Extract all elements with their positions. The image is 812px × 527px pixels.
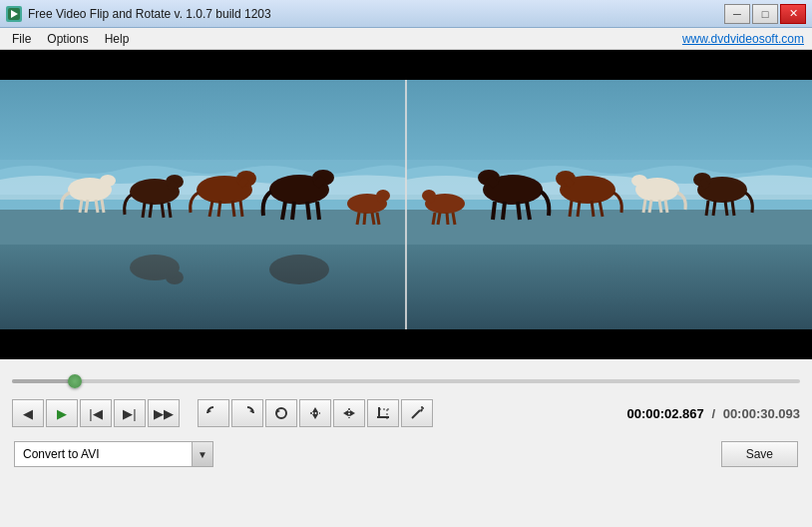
svg-line-41 bbox=[317, 202, 319, 220]
transport-row: ◀ ▶ |◀ ▶| ▶▶ bbox=[12, 399, 800, 427]
rotate-180-button[interactable] bbox=[265, 399, 297, 427]
prev-frame-button[interactable]: |◀ bbox=[80, 399, 112, 427]
progress-container bbox=[12, 373, 800, 389]
svg-line-82 bbox=[713, 201, 715, 216]
svg-line-61 bbox=[503, 202, 505, 220]
svg-line-68 bbox=[578, 201, 580, 217]
svg-rect-13 bbox=[406, 245, 812, 329]
svg-line-46 bbox=[364, 213, 365, 225]
rotate-ccw-button[interactable] bbox=[198, 399, 229, 427]
svg-line-75 bbox=[649, 200, 651, 213]
svg-line-20 bbox=[102, 200, 104, 213]
svg-line-26 bbox=[162, 203, 164, 218]
svg-marker-94 bbox=[312, 414, 318, 419]
svg-line-54 bbox=[438, 213, 440, 225]
svg-line-25 bbox=[150, 203, 152, 218]
svg-line-65 bbox=[566, 179, 572, 186]
svg-line-76 bbox=[643, 200, 645, 213]
svg-line-45 bbox=[357, 213, 359, 225]
progress-filled bbox=[12, 379, 75, 383]
svg-line-34 bbox=[240, 201, 242, 217]
title-bar: Free Video Flip and Rotate v. 1.0.7 buil… bbox=[0, 0, 812, 28]
svg-line-23 bbox=[170, 182, 175, 190]
svg-line-58 bbox=[489, 178, 496, 186]
svg-line-40 bbox=[307, 202, 309, 220]
maximize-button[interactable]: □ bbox=[752, 4, 778, 24]
current-time: 00:00:02.867 bbox=[626, 406, 703, 421]
svg-line-86 bbox=[170, 269, 175, 277]
svg-line-60 bbox=[518, 202, 520, 220]
menu-bar: File Options Help www.dvdvideosoft.com bbox=[0, 28, 812, 50]
svg-line-55 bbox=[433, 213, 435, 225]
svg-line-16 bbox=[104, 181, 108, 187]
svg-marker-97 bbox=[350, 410, 355, 416]
time-display: 00:00:02.867 / 00:00:30.093 bbox=[626, 406, 800, 421]
controls-area: ◀ ▶ |◀ ▶| ▶▶ bbox=[0, 359, 812, 479]
svg-line-69 bbox=[570, 201, 572, 217]
next-frame-button[interactable]: ▶| bbox=[114, 399, 146, 427]
save-button[interactable]: Save bbox=[721, 441, 798, 467]
svg-line-73 bbox=[665, 200, 667, 213]
svg-marker-96 bbox=[343, 410, 348, 416]
wand-button[interactable] bbox=[401, 399, 433, 427]
play-button[interactable]: ▶ bbox=[46, 399, 78, 427]
svg-line-33 bbox=[232, 201, 234, 217]
svg-rect-9 bbox=[0, 245, 406, 329]
svg-line-67 bbox=[592, 201, 594, 217]
svg-line-47 bbox=[372, 213, 374, 225]
rotate-cw-button[interactable] bbox=[231, 399, 263, 427]
svg-line-24 bbox=[143, 203, 145, 218]
menu-options[interactable]: Options bbox=[39, 30, 96, 48]
video-preview bbox=[0, 50, 812, 359]
svg-line-74 bbox=[659, 200, 661, 213]
svg-marker-93 bbox=[312, 407, 318, 412]
svg-line-32 bbox=[218, 201, 220, 217]
window-title: Free Video Flip and Rotate v. 1.0.7 buil… bbox=[28, 7, 724, 21]
svg-line-79 bbox=[702, 180, 707, 188]
transform-controls bbox=[198, 399, 433, 427]
svg-line-18 bbox=[86, 200, 88, 213]
svg-line-19 bbox=[96, 200, 98, 213]
svg-line-39 bbox=[292, 202, 294, 220]
svg-rect-3 bbox=[0, 329, 812, 359]
convert-select[interactable]: Convert to AVIConvert to MP4Convert to M… bbox=[14, 441, 213, 467]
svg-line-44 bbox=[379, 196, 383, 202]
time-separator: / bbox=[711, 406, 718, 421]
total-time: 00:00:30.093 bbox=[723, 406, 800, 421]
menu-file[interactable]: File bbox=[4, 30, 39, 48]
bottom-row: Convert to AVIConvert to MP4Convert to M… bbox=[12, 437, 800, 471]
svg-line-81 bbox=[725, 201, 727, 216]
svg-line-80 bbox=[732, 201, 734, 216]
transport-controls: ◀ ▶ |◀ ▶| ▶▶ bbox=[12, 399, 180, 427]
svg-line-52 bbox=[453, 213, 455, 225]
svg-line-27 bbox=[169, 203, 171, 218]
svg-line-83 bbox=[706, 201, 708, 216]
svg-line-17 bbox=[80, 200, 82, 213]
svg-rect-2 bbox=[0, 50, 812, 80]
convert-select-wrapper: Convert to AVIConvert to MP4Convert to M… bbox=[14, 441, 213, 467]
flip-horizontal-button[interactable] bbox=[333, 399, 365, 427]
svg-line-48 bbox=[377, 213, 379, 225]
progress-thumb[interactable] bbox=[68, 374, 82, 388]
svg-line-30 bbox=[240, 179, 246, 186]
dvd-link[interactable]: www.dvdvideosoft.com bbox=[682, 32, 804, 46]
close-button[interactable]: ✕ bbox=[780, 4, 806, 24]
progress-track[interactable] bbox=[12, 379, 800, 383]
svg-line-53 bbox=[447, 213, 448, 225]
svg-point-87 bbox=[269, 255, 329, 284]
window-controls: ─ □ ✕ bbox=[724, 4, 806, 24]
svg-line-37 bbox=[316, 178, 323, 186]
rewind-button[interactable]: ◀ bbox=[12, 399, 44, 427]
svg-line-72 bbox=[639, 181, 643, 187]
svg-line-51 bbox=[429, 196, 433, 202]
svg-line-62 bbox=[493, 202, 495, 220]
forward-button[interactable]: ▶▶ bbox=[148, 399, 180, 427]
menu-help[interactable]: Help bbox=[97, 30, 138, 48]
flip-vertical-button[interactable] bbox=[299, 399, 331, 427]
app-icon bbox=[6, 6, 22, 22]
crop-button[interactable] bbox=[367, 399, 399, 427]
minimize-button[interactable]: ─ bbox=[724, 4, 750, 24]
svg-line-102 bbox=[412, 410, 420, 418]
